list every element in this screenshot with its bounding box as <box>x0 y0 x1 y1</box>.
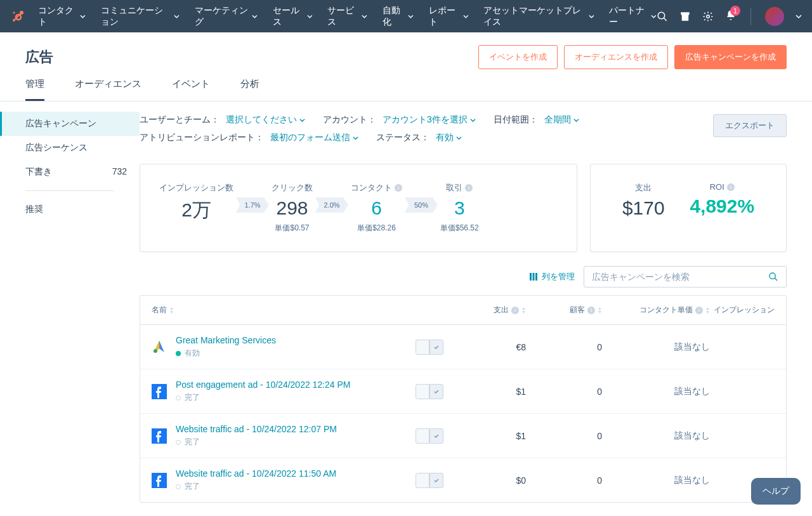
filter-account: アカウント： アカウント3件を選択 <box>323 114 476 126</box>
cell-cpc: 該当なし <box>602 386 710 397</box>
nav-reports[interactable]: レポート <box>429 5 468 28</box>
sidebar-item-campaigns[interactable]: 広告キャンペーン <box>0 112 140 136</box>
status-toggle[interactable] <box>416 340 443 355</box>
funnel-arrow: 2.0% <box>315 197 348 213</box>
filter-attribution-dropdown[interactable]: 最初のフォーム送信 <box>270 132 358 143</box>
svg-point-5 <box>707 15 710 18</box>
tab-analytics[interactable]: 分析 <box>240 78 259 101</box>
account-menu-chevron[interactable] <box>796 13 802 20</box>
col-spend[interactable]: 支出i▲▼ <box>443 305 526 315</box>
notifications-button[interactable]: 1 <box>725 10 737 23</box>
tab-audience[interactable]: オーディエンス <box>75 78 141 101</box>
status-toggle[interactable] <box>416 473 443 488</box>
sidebar-item-drafts[interactable]: 下書き 732 <box>0 160 140 184</box>
tab-manage[interactable]: 管理 <box>25 78 44 101</box>
campaign-link[interactable]: Website traffic ad - 10/24/2022 11:50 AM <box>176 468 336 479</box>
info-icon[interactable]: i <box>465 184 473 192</box>
metric-deals: 取引i 3 単価$56.52 <box>440 182 479 234</box>
cell-spend: $0 <box>443 475 526 486</box>
nav-marketing[interactable]: マーケティング <box>195 5 258 28</box>
tab-events[interactable]: イベント <box>172 78 210 101</box>
filter-account-dropdown[interactable]: アカウント3件を選択 <box>383 114 476 126</box>
metric-contacts: コンタクトi 6 単価$28.26 <box>351 182 402 234</box>
svg-point-9 <box>769 273 775 279</box>
svg-point-3 <box>16 15 21 20</box>
filter-date: 日付範囲： 全期間 <box>494 114 579 126</box>
manage-columns-button[interactable]: 列を管理 <box>529 271 575 282</box>
table-controls: 列を管理 <box>140 266 787 288</box>
nav-contacts[interactable]: コンタクト <box>38 5 86 28</box>
funnel-arrow: 50% <box>405 197 438 213</box>
nav-partner[interactable]: パートナー <box>609 5 657 28</box>
svg-rect-8 <box>535 273 537 281</box>
top-nav: コンタクト コミュニケーション マーケティング セールス サービス 自動化 レポ… <box>0 0 812 32</box>
filter-label: アカウント： <box>323 114 376 126</box>
roi-card: 支出 $170 ROIi 4,892% <box>590 164 787 252</box>
funnel-arrow: 1.7% <box>236 197 269 213</box>
tabs: 管理 オーディエンス イベント 分析 <box>0 69 812 102</box>
info-icon: i <box>695 307 703 314</box>
search-box[interactable] <box>584 266 787 288</box>
col-cost-per-contact[interactable]: コンタクト単価i▲▼ <box>602 305 710 315</box>
user-avatar[interactable] <box>765 7 784 26</box>
campaign-link[interactable]: Post engagement ad - 10/24/2022 12:24 PM <box>176 380 351 390</box>
sidebar-item-recommended[interactable]: 推奨 <box>0 197 140 222</box>
filter-label: ユーザーとチーム： <box>140 114 219 126</box>
filter-attribution: アトリビューションレポート： 最初のフォーム送信 <box>140 132 358 143</box>
campaign-link[interactable]: Website traffic ad - 10/24/2022 12:07 PM <box>176 424 337 434</box>
info-icon: i <box>587 307 595 314</box>
table-row: Post engagement ad - 10/24/2022 12:24 PM… <box>140 369 786 414</box>
search-input[interactable] <box>592 272 768 282</box>
sidebar-item-sequences[interactable]: 広告シーケンス <box>0 136 140 160</box>
col-customers[interactable]: 顧客i▲▼ <box>526 305 602 315</box>
table-row: Website traffic ad - 10/24/2022 12:07 PM… <box>140 414 786 458</box>
campaign-link[interactable]: Great Marketing Services <box>176 335 276 345</box>
create-campaign-button[interactable]: 広告キャンペーンを作成 <box>674 45 787 69</box>
table-row: Great Marketing Services 有効 €8 0 該当なし <box>140 325 786 369</box>
filter-status-dropdown[interactable]: 有効 <box>436 132 462 143</box>
col-name[interactable]: 名前▲▼ <box>152 305 443 315</box>
filter-date-dropdown[interactable]: 全期間 <box>544 114 579 126</box>
create-audience-button[interactable]: オーディエンスを作成 <box>564 45 668 69</box>
sidebar-divider <box>25 190 114 191</box>
nav-menu: コンタクト コミュニケーション マーケティング セールス サービス 自動化 レポ… <box>38 5 657 28</box>
filter-user: ユーザーとチーム： 選択してください <box>140 114 305 126</box>
metric-clicks: クリック数 298 単価$0.57 <box>272 182 313 234</box>
sidebar-count: 732 <box>112 166 127 178</box>
nav-marketplace[interactable]: アセットマーケットプレイス <box>483 5 594 28</box>
table-row: Website traffic ad - 10/24/2022 11:50 AM… <box>140 458 786 502</box>
info-icon[interactable]: i <box>727 183 735 191</box>
cell-cpc: 該当なし <box>602 475 710 486</box>
svg-rect-6 <box>530 273 532 281</box>
filter-label: 日付範囲： <box>494 114 538 126</box>
info-icon: i <box>511 307 519 314</box>
filter-user-dropdown[interactable]: 選択してください <box>226 114 305 126</box>
hubspot-logo[interactable] <box>10 9 25 24</box>
campaigns-table: 名前▲▼ 支出i▲▼ 顧客i▲▼ コンタクト単価i▲▼ インプレッション Gre… <box>140 295 787 503</box>
cell-customers: 0 <box>526 475 602 486</box>
svg-rect-7 <box>533 273 535 281</box>
nav-service[interactable]: サービス <box>327 5 367 28</box>
col-impressions[interactable]: インプレッション <box>710 305 775 315</box>
settings-icon[interactable] <box>702 11 714 22</box>
export-button[interactable]: エクスポート <box>713 114 787 137</box>
cell-customers: 0 <box>526 342 602 352</box>
campaign-status: 有効 <box>176 348 276 359</box>
help-button[interactable]: ヘルプ <box>751 478 801 505</box>
nav-communications[interactable]: コミュニケーション <box>101 5 180 28</box>
nav-automation[interactable]: 自動化 <box>383 5 414 28</box>
svg-point-2 <box>13 11 15 13</box>
svg-point-10 <box>154 349 157 353</box>
sidebar-label: 下書き <box>25 166 52 178</box>
info-icon[interactable]: i <box>395 184 402 192</box>
facebook-icon <box>152 384 167 399</box>
filter-status: ステータス： 有効 <box>376 132 462 143</box>
create-event-button[interactable]: イベントを作成 <box>478 45 558 69</box>
status-toggle[interactable] <box>416 428 443 444</box>
nav-sales[interactable]: セールス <box>273 5 312 28</box>
columns-icon <box>529 272 538 281</box>
status-toggle[interactable] <box>416 384 443 399</box>
marketplace-icon[interactable] <box>679 11 691 22</box>
metrics-cards: インプレッション数 2万 1.7% クリック数 298 単価$0.57 2.0%… <box>140 164 787 252</box>
search-icon[interactable] <box>657 11 668 22</box>
